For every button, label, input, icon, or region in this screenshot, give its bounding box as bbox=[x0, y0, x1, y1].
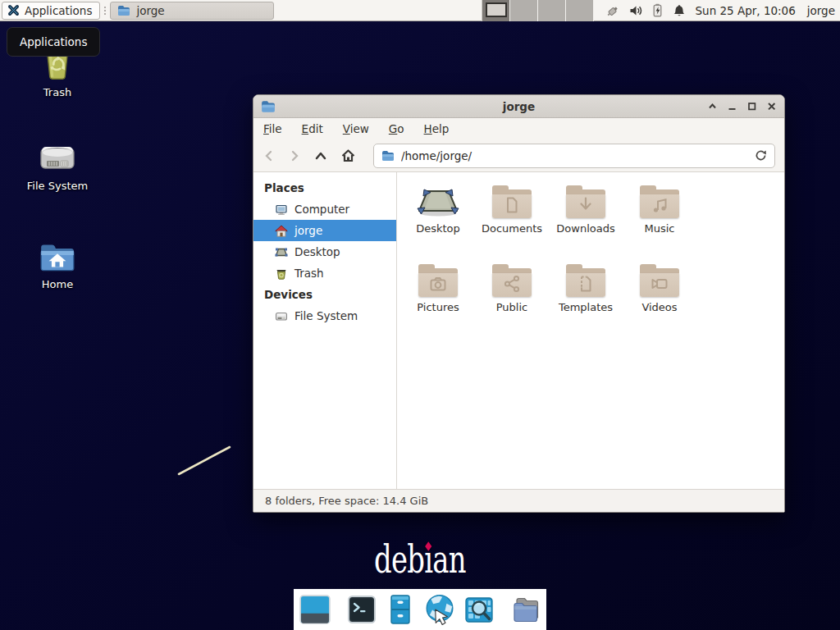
panel-username: jorge bbox=[807, 4, 835, 17]
desktop-icon-home[interactable]: Home bbox=[15, 240, 100, 290]
location-bar[interactable] bbox=[373, 144, 775, 168]
toolbar bbox=[253, 139, 784, 172]
panel-clock[interactable]: Sun 25 Apr, 10:06 bbox=[696, 4, 796, 17]
workspace-3[interactable] bbox=[538, 0, 566, 21]
debian-logo: debian bbox=[374, 540, 466, 578]
workspace-switcher bbox=[482, 0, 594, 21]
sidebar-item-label: File System bbox=[294, 309, 358, 322]
file-item-label: Videos bbox=[641, 301, 677, 313]
workspace-window-thumbnail bbox=[486, 2, 507, 17]
back-button[interactable] bbox=[262, 149, 276, 162]
window-title: jorge bbox=[253, 100, 784, 113]
devices-header: Devices bbox=[253, 284, 396, 305]
network-icon[interactable] bbox=[605, 3, 620, 17]
path-input[interactable] bbox=[401, 149, 748, 162]
taskbar-window-button[interactable]: jorge bbox=[110, 2, 274, 20]
folder-music-icon bbox=[639, 185, 680, 218]
volume-icon[interactable] bbox=[629, 4, 642, 17]
menu-view[interactable]: View bbox=[343, 122, 369, 135]
file-manager-icon[interactable] bbox=[385, 594, 416, 625]
file-list-view[interactable]: Desktop Documents Downloads bbox=[397, 172, 784, 489]
folder-public-icon bbox=[491, 264, 532, 297]
sidebar-item-desktop[interactable]: Desktop bbox=[253, 241, 396, 262]
shade-window-button[interactable] bbox=[707, 101, 718, 112]
menu-go[interactable]: Go bbox=[389, 122, 404, 135]
sidebar-item-label: jorge bbox=[294, 224, 322, 237]
file-item-label: Desktop bbox=[416, 222, 460, 235]
taskbar-window-label: jorge bbox=[136, 4, 164, 17]
up-button[interactable] bbox=[313, 149, 328, 162]
file-item-label: Music bbox=[645, 222, 675, 235]
user-home-icon bbox=[275, 225, 288, 237]
directory-menu-folder-icon[interactable] bbox=[509, 594, 542, 625]
hard-drive-icon bbox=[38, 141, 77, 176]
file-item-public[interactable]: Public bbox=[475, 258, 549, 336]
computer-icon bbox=[275, 203, 288, 216]
file-item-label: Documents bbox=[482, 222, 542, 235]
sidebar-item-jorge[interactable]: jorge bbox=[253, 220, 396, 241]
system-tray bbox=[605, 3, 686, 17]
debian-logo-text: debian bbox=[374, 540, 466, 578]
applications-tooltip: Applications bbox=[7, 27, 100, 57]
desktop-icon bbox=[275, 246, 288, 258]
maximize-window-button[interactable] bbox=[746, 101, 757, 112]
menubar: File Edit View Go Help bbox=[253, 118, 784, 139]
drive-small-icon bbox=[275, 310, 288, 322]
file-item-pictures[interactable]: Pictures bbox=[401, 258, 475, 336]
sidebar-item-file-system[interactable]: File System bbox=[253, 305, 396, 326]
file-item-downloads[interactable]: Downloads bbox=[549, 179, 623, 258]
places-header: Places bbox=[253, 177, 396, 199]
dock-panel bbox=[294, 589, 546, 630]
application-finder-icon[interactable] bbox=[463, 594, 495, 625]
file-item-videos[interactable]: Videos bbox=[623, 258, 696, 336]
workspace-2[interactable] bbox=[510, 0, 538, 21]
sidebar-item-label: Trash bbox=[294, 267, 324, 280]
trash-small-icon bbox=[275, 267, 288, 280]
file-item-label: Templates bbox=[559, 301, 613, 313]
battery-icon[interactable] bbox=[651, 3, 664, 17]
forward-button[interactable] bbox=[288, 149, 301, 162]
panel-separator-handle bbox=[102, 7, 108, 15]
close-window-button[interactable] bbox=[766, 101, 777, 112]
file-item-label: Pictures bbox=[417, 301, 459, 313]
desktop-icon-label: Trash bbox=[43, 86, 71, 98]
web-browser-icon[interactable] bbox=[423, 593, 456, 626]
home-folder-icon bbox=[38, 240, 77, 274]
menu-file[interactable]: File bbox=[263, 122, 282, 135]
applications-menu-label: Applications bbox=[25, 4, 92, 17]
file-item-music[interactable]: Music bbox=[623, 179, 696, 258]
desktop-icon-file-system[interactable]: File System bbox=[15, 141, 100, 192]
sidebar-item-trash[interactable]: Trash bbox=[253, 262, 396, 284]
terminal-icon[interactable] bbox=[346, 594, 377, 625]
reload-icon[interactable] bbox=[755, 149, 767, 162]
file-item-desktop[interactable]: Desktop bbox=[401, 179, 475, 258]
workspace-1[interactable] bbox=[482, 0, 510, 21]
window-titlebar[interactable]: jorge bbox=[253, 95, 784, 118]
statusbar: 8 folders, Free space: 14.4 GiB bbox=[253, 489, 784, 512]
folder-videos-icon bbox=[639, 264, 680, 297]
path-folder-icon bbox=[381, 150, 395, 162]
sidebar-item-computer[interactable]: Computer bbox=[253, 199, 396, 220]
folder-templates-icon bbox=[565, 264, 606, 297]
show-desktop-icon[interactable] bbox=[299, 593, 331, 626]
desktop-icon-label: Home bbox=[42, 278, 73, 290]
wallpaper-swoosh-line bbox=[174, 441, 240, 481]
minimize-window-button[interactable] bbox=[727, 101, 737, 112]
workspace-4[interactable] bbox=[566, 0, 594, 21]
file-item-templates[interactable]: Templates bbox=[549, 258, 623, 336]
applications-menu-button[interactable]: Applications bbox=[2, 2, 100, 20]
xfce-applications-icon bbox=[7, 4, 20, 16]
folder-pictures-icon bbox=[418, 264, 459, 297]
sidebar-item-label: Desktop bbox=[294, 245, 340, 258]
file-item-documents[interactable]: Documents bbox=[475, 179, 549, 258]
folder-documents-icon bbox=[491, 185, 532, 218]
statusbar-text: 8 folders, Free space: 14.4 GiB bbox=[265, 495, 428, 507]
home-button[interactable] bbox=[340, 148, 356, 162]
menu-edit[interactable]: Edit bbox=[302, 122, 323, 135]
folder-downloads-icon bbox=[565, 185, 606, 218]
desktop-place-icon bbox=[417, 185, 459, 218]
notifications-bell-icon[interactable] bbox=[673, 4, 686, 17]
desktop-icon-label: File System bbox=[27, 180, 88, 192]
file-manager-window: jorge File Edit View Go Help bbox=[253, 94, 785, 513]
menu-help[interactable]: Help bbox=[424, 122, 450, 135]
